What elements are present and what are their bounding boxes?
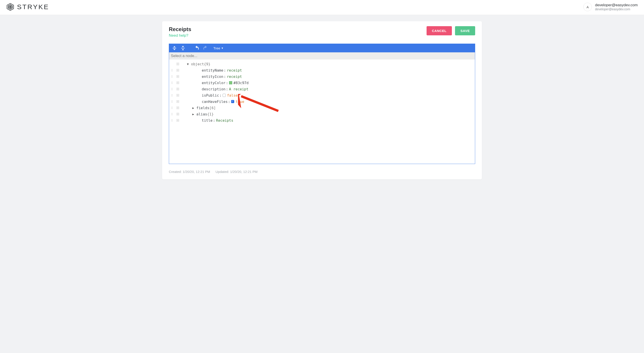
svg-point-19	[171, 75, 172, 76]
svg-point-72	[172, 108, 173, 108]
drag-handle-icon[interactable]	[171, 100, 174, 103]
tree-key[interactable]: description	[202, 87, 226, 91]
svg-point-12	[172, 70, 173, 70]
row-menu-icon[interactable]	[176, 100, 179, 103]
node-search-row	[169, 52, 475, 59]
editor-toolbar: Tree ▼	[169, 44, 475, 52]
svg-point-94	[172, 121, 173, 121]
bool-checkbox[interactable]	[222, 94, 226, 97]
node-search-input[interactable]	[169, 52, 475, 59]
editor-card: Receipts Need help? CANCEL SAVE	[162, 21, 482, 179]
tree-count: [6]	[209, 106, 216, 110]
tree-value[interactable]: receipt	[227, 74, 242, 79]
undo-icon[interactable]	[194, 45, 200, 51]
svg-point-52	[172, 95, 173, 95]
brand-logo-icon	[6, 3, 14, 11]
drag-handle-icon[interactable]	[171, 87, 174, 91]
svg-point-33	[171, 83, 172, 84]
collapse-all-icon[interactable]	[180, 45, 186, 51]
tree-row[interactable]: description:A receipt	[169, 86, 475, 92]
row-menu-icon[interactable]	[176, 81, 179, 84]
svg-point-24	[172, 77, 173, 78]
tree-row[interactable]: title:Receipts	[169, 117, 475, 123]
drag-handle-icon[interactable]	[171, 69, 174, 72]
tree-row[interactable]: entityColor:#83c97d	[169, 80, 475, 86]
drag-handle-icon[interactable]	[171, 75, 174, 78]
svg-point-71	[171, 108, 172, 108]
drag-handle-icon[interactable]	[171, 106, 174, 109]
drag-handle-icon[interactable]	[171, 94, 174, 97]
tree-row[interactable]: ▶alias {1}	[169, 111, 475, 117]
tree-root-count: {9}	[204, 62, 210, 66]
toggle-icon[interactable]: ▶	[192, 112, 196, 116]
svg-point-39	[171, 88, 172, 88]
tree-key[interactable]: entityColor	[202, 81, 226, 85]
tree-key[interactable]: canHaveFiles	[202, 99, 228, 104]
row-menu-icon[interactable]	[176, 112, 179, 116]
svg-point-43	[171, 90, 172, 90]
svg-point-49	[171, 94, 172, 95]
row-menu-icon[interactable]	[176, 106, 179, 109]
row-menu-icon[interactable]	[176, 75, 179, 78]
tree-value[interactable]: receipt	[227, 68, 242, 72]
row-menu-icon[interactable]	[176, 69, 179, 72]
svg-point-22	[172, 76, 173, 77]
page-title: Receipts	[169, 26, 191, 32]
view-mode-dropdown[interactable]: Tree ▼	[214, 46, 224, 50]
view-mode-label: Tree	[214, 46, 220, 50]
svg-point-92	[172, 120, 173, 121]
svg-point-73	[171, 108, 172, 109]
tree-row[interactable]: entityIcon:receipt	[169, 73, 475, 80]
json-tree: ▼object {9}entityName:receiptentityIcon:…	[169, 59, 475, 164]
tree-row[interactable]: ▼object {9}	[169, 61, 475, 67]
row-menu-icon[interactable]	[176, 62, 179, 65]
app-header: STRYKE A developer@easydev.com developer…	[0, 0, 644, 15]
chevron-down-icon: ▼	[221, 47, 224, 49]
row-menu-icon[interactable]	[176, 87, 179, 91]
tree-key[interactable]: entityIcon	[202, 74, 223, 79]
toggle-icon[interactable]: ▼	[187, 62, 191, 66]
toggle-icon[interactable]: ▶	[192, 106, 196, 110]
bool-checkbox[interactable]	[231, 100, 234, 103]
svg-point-69	[171, 107, 172, 107]
tree-value[interactable]: A receipt	[229, 87, 248, 91]
tree-key[interactable]: fields	[196, 106, 209, 110]
svg-point-32	[172, 82, 173, 83]
svg-point-42	[172, 89, 173, 89]
svg-point-54	[172, 96, 173, 96]
tree-value[interactable]: false	[227, 93, 238, 97]
svg-point-13	[171, 71, 172, 71]
tree-row[interactable]: isPublic:false	[169, 92, 475, 98]
svg-point-89	[171, 119, 172, 120]
drag-handle-icon[interactable]	[171, 81, 174, 84]
svg-point-34	[172, 83, 173, 84]
save-button[interactable]: SAVE	[455, 26, 475, 35]
svg-point-44	[172, 90, 173, 90]
svg-point-62	[172, 101, 173, 102]
tree-value[interactable]: #83c97d	[234, 81, 248, 85]
tree-key[interactable]: isPublic	[202, 93, 219, 97]
tree-row[interactable]: entityName:receipt	[169, 67, 475, 73]
tree-row[interactable]: ▶fields [6]	[169, 105, 475, 111]
cancel-button[interactable]: CANCEL	[426, 26, 452, 35]
tree-value[interactable]: true	[236, 99, 244, 104]
tree-value[interactable]: Receipts	[216, 118, 233, 123]
help-link[interactable]: Need help?	[169, 33, 191, 38]
brand: STRYKE	[6, 3, 49, 11]
expand-all-icon[interactable]	[172, 45, 177, 51]
tree-key[interactable]: title	[202, 118, 212, 123]
drag-handle-icon[interactable]	[171, 119, 174, 122]
tree-row[interactable]: canHaveFiles:true	[169, 98, 475, 105]
user-block[interactable]: A developer@easydev.com developer@easyde…	[583, 3, 638, 11]
svg-point-31	[171, 82, 172, 83]
svg-point-29	[171, 82, 172, 82]
svg-point-70	[172, 107, 173, 107]
svg-point-91	[171, 120, 172, 121]
tree-key[interactable]: entityName	[202, 68, 223, 72]
svg-point-23	[171, 77, 172, 78]
color-swatch[interactable]	[229, 81, 232, 84]
tree-key[interactable]: alias	[196, 112, 207, 116]
row-menu-icon[interactable]	[176, 119, 179, 122]
drag-handle-icon[interactable]	[171, 112, 174, 116]
row-menu-icon[interactable]	[176, 94, 179, 97]
